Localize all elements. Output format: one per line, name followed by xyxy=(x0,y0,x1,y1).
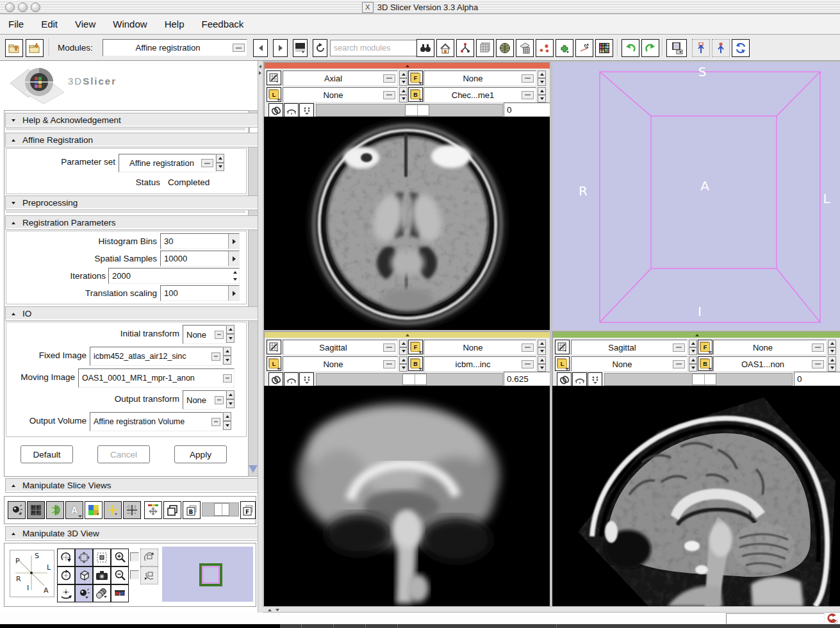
yellow-foreground-spinner[interactable] xyxy=(538,340,546,355)
models-module-button[interactable] xyxy=(496,39,514,57)
annotations-visibility-button[interactable] xyxy=(8,501,26,519)
yellow-slice-offset-value[interactable]: 0.625 xyxy=(504,372,552,386)
output-volume-spinner[interactable] xyxy=(223,412,231,430)
cube-axes-button[interactable] xyxy=(75,566,93,584)
module-history-button[interactable] xyxy=(293,39,308,57)
menu-edit[interactable]: Edit xyxy=(41,19,58,29)
load-scene-button[interactable] xyxy=(5,39,23,57)
affine-section-header[interactable]: Affine Registration xyxy=(5,133,264,147)
green-slice-offset-value[interactable]: 0 xyxy=(794,372,840,386)
modules-dropdown[interactable]: Affine registration xyxy=(103,39,247,56)
data-module-button[interactable] xyxy=(456,39,474,57)
green-orientation-dropdown[interactable]: Sagittal xyxy=(571,340,688,355)
red-label-icon[interactable]: L xyxy=(267,87,281,102)
yellow-visibility-button[interactable] xyxy=(284,372,299,387)
green-label-dropdown[interactable]: None xyxy=(571,356,688,372)
parameter-set-spinner[interactable] xyxy=(216,154,224,171)
green-background-spinner[interactable] xyxy=(828,356,836,372)
crosshair-button[interactable] xyxy=(104,501,122,519)
io-section-header[interactable]: IO xyxy=(5,306,264,321)
red-foreground-icon[interactable]: F xyxy=(408,70,423,85)
red-slice-slider[interactable] xyxy=(316,104,503,117)
error-log-icon[interactable] xyxy=(827,613,838,624)
fixed-image-dropdown[interactable]: icbm452_atlas_air12_sinc xyxy=(90,347,223,366)
green-orientation-spinner[interactable] xyxy=(689,340,697,355)
spatial-units-button[interactable] xyxy=(27,501,45,519)
green-slice-node-button[interactable] xyxy=(555,340,570,354)
sash-right-arrow-icon[interactable] xyxy=(259,71,261,75)
orientation-axes-widget[interactable]: S P L R I A xyxy=(10,550,54,597)
green-label-spinner[interactable] xyxy=(689,356,697,372)
title-bar[interactable]: X 3D Slicer Version 3.3 Alpha xyxy=(0,0,840,14)
search-modules-input[interactable] xyxy=(330,40,418,56)
volumes-module-button[interactable] xyxy=(476,39,494,57)
axes-visibility-checkbox[interactable] xyxy=(130,552,139,561)
red-foreground-dropdown[interactable]: None xyxy=(424,70,536,86)
screenshot-button[interactable] xyxy=(93,566,111,584)
output-transform-spinner[interactable] xyxy=(226,390,235,408)
iterations-field[interactable]: 2000 xyxy=(108,268,240,284)
sagittal-subject-image[interactable] xyxy=(552,386,840,606)
green-background-dropdown[interactable]: OAS1...non xyxy=(713,356,827,372)
yellow-label-dropdown[interactable]: None xyxy=(283,356,398,372)
histogram-bins-field[interactable]: 30 xyxy=(160,233,240,249)
crosshair-style-button[interactable] xyxy=(123,501,141,519)
viewport-divider-v[interactable] xyxy=(550,61,552,606)
yellow-label-spinner[interactable] xyxy=(399,356,408,372)
fiducial-place-star-button[interactable] xyxy=(712,39,730,57)
yellow-slice-strip[interactable] xyxy=(265,332,550,338)
spatial-samples-field[interactable]: 10000 xyxy=(160,251,240,267)
green-foreground-spinner[interactable] xyxy=(828,340,836,355)
view3d-section-header[interactable]: Manipulate 3D View xyxy=(5,526,273,541)
panel-sash[interactable] xyxy=(258,61,263,613)
orbit-cw-button[interactable] xyxy=(140,549,158,566)
rock-view-button[interactable] xyxy=(57,584,75,602)
zoom-out-button[interactable] xyxy=(111,566,129,584)
parameter-set-dropdown[interactable]: Affine registration xyxy=(119,154,216,172)
colors-module-button[interactable] xyxy=(595,39,613,57)
home-module-button[interactable] xyxy=(436,39,454,57)
compare-view-button[interactable] xyxy=(85,501,103,519)
red-visibility-button[interactable] xyxy=(284,103,299,118)
output-transform-dropdown[interactable]: None xyxy=(183,390,226,409)
green-background-icon[interactable]: B xyxy=(698,356,712,371)
save-scene-button[interactable] xyxy=(26,39,44,57)
screen-sync-button[interactable] xyxy=(732,39,750,57)
undo-button[interactable] xyxy=(622,39,639,57)
slice-views-section-header[interactable]: Manipulate Slice Views xyxy=(5,478,273,493)
fiducials-module-button[interactable] xyxy=(536,39,554,57)
apply-button[interactable]: Apply xyxy=(174,445,227,463)
red-link-button[interactable] xyxy=(268,103,283,118)
sagittal-atlas-image[interactable] xyxy=(264,386,550,606)
fixed-image-spinner[interactable] xyxy=(223,347,231,365)
red-slice-offset-value[interactable]: 0 xyxy=(504,103,552,117)
yellow-slice-node-button[interactable] xyxy=(267,340,281,354)
rotate-view-button[interactable] xyxy=(57,549,75,566)
green-visibility-button[interactable] xyxy=(572,372,587,387)
yellow-orientation-spinner[interactable] xyxy=(399,340,408,355)
module-forward-button[interactable] xyxy=(273,39,288,57)
yellow-slice-slider[interactable] xyxy=(316,373,503,386)
axial-slice-image[interactable] xyxy=(264,117,550,330)
green-foreground-dropdown[interactable]: None xyxy=(713,340,827,355)
menu-help[interactable]: Help xyxy=(165,19,185,29)
select-region-button[interactable] xyxy=(93,549,111,566)
moving-image-dropdown[interactable]: OAS1_0001_MR1_mpr-1_anon xyxy=(78,368,235,388)
red-orientation-dropdown[interactable]: Axial xyxy=(283,70,398,86)
background-toggle-button[interactable]: B xyxy=(183,501,201,519)
look-from-button[interactable] xyxy=(75,584,93,602)
green-link-button[interactable] xyxy=(557,372,572,387)
translation-scaling-field[interactable]: 100 xyxy=(160,285,240,301)
module-reload-button[interactable] xyxy=(313,39,327,57)
green-slice-strip[interactable] xyxy=(553,332,840,338)
stereo-button[interactable] xyxy=(93,584,111,602)
yellow-foreground-dropdown[interactable]: None xyxy=(424,340,536,355)
sash-down-arrow-icon[interactable] xyxy=(276,609,279,611)
menu-view[interactable]: View xyxy=(75,19,95,29)
fade-button[interactable] xyxy=(46,501,64,519)
yellow-label-icon[interactable]: L xyxy=(267,356,281,371)
red-background-spinner[interactable] xyxy=(538,87,546,103)
layout-chooser-button[interactable] xyxy=(666,39,687,57)
zoom-in-button[interactable] xyxy=(111,549,129,566)
viewer-sash[interactable] xyxy=(263,606,840,613)
